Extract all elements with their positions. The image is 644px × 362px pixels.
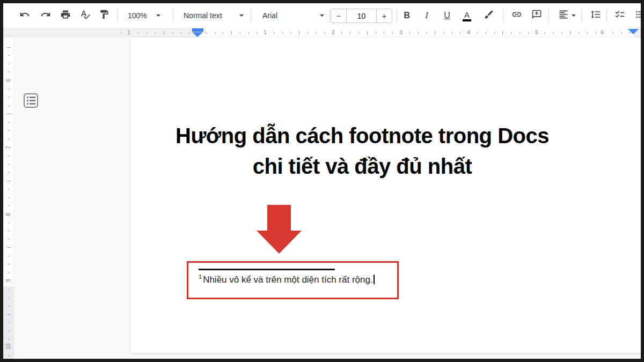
increase-font-size-button[interactable]: + (376, 9, 392, 23)
show-document-outline-button[interactable] (24, 93, 38, 108)
h-ruler-tick (528, 32, 529, 34)
toolbar-divider (397, 9, 397, 23)
h-ruler-tick (460, 32, 460, 34)
h-ruler-tick (553, 32, 554, 34)
red-down-arrow-head-icon (257, 231, 302, 254)
v-ruler-tick (7, 181, 11, 181)
undo-button[interactable] (19, 10, 31, 21)
v-ruler-tick (8, 122, 10, 123)
v-ruler-label: 9 (5, 276, 12, 285)
h-ruler-tick (138, 32, 138, 34)
h-ruler-tick (562, 32, 562, 34)
bulleted-list-button[interactable] (634, 10, 641, 21)
v-ruler-tick (8, 331, 10, 331)
document-title: Hướng dẫn cách footnote trong Docs chi t… (134, 121, 590, 182)
h-ruler-tick (494, 32, 495, 34)
paint-format-button[interactable] (98, 10, 110, 21)
footnote-text[interactable]: 1Nhiều vô kể và trên một diện tích rất r… (199, 274, 375, 285)
decrease-font-size-button[interactable]: − (331, 9, 347, 23)
h-ruler-tick (282, 32, 283, 34)
v-ruler-tick (7, 47, 11, 48)
document-title-line1: Hướng dẫn cách footnote trong Docs (134, 121, 590, 151)
bold-button[interactable]: B (401, 10, 413, 21)
right-indent-marker-icon[interactable] (628, 29, 639, 34)
zoom-select[interactable]: 100% (128, 3, 147, 28)
h-ruler-tick (291, 32, 291, 34)
h-ruler-tick (189, 32, 189, 34)
v-ruler-tick (8, 139, 10, 139)
bulleted-list-icon (635, 9, 641, 22)
highlight-icon (484, 9, 494, 22)
footnote-highlight-box: 1Nhiều vô kể và trên một diện tích rất r… (187, 261, 399, 299)
h-ruler-tick (350, 32, 350, 34)
checklist-button[interactable] (614, 10, 626, 21)
underline-button[interactable]: U (441, 10, 453, 21)
add-comment-icon (531, 9, 542, 22)
toolbar-divider (173, 9, 173, 23)
h-ruler-label: 1 (264, 28, 267, 38)
toolbar-divider (251, 9, 251, 23)
h-ruler-tick (341, 32, 342, 34)
document-page[interactable]: Hướng dẫn cách footnote trong Docs chi t… (130, 38, 641, 353)
spell-check-button[interactable] (79, 10, 91, 21)
align-button[interactable] (558, 10, 569, 21)
page-bottom-shadow (130, 353, 641, 355)
bold-icon: B (404, 11, 410, 20)
h-ruler-tick (358, 32, 359, 34)
h-ruler-tick (180, 32, 181, 34)
v-ruler-tick (8, 256, 10, 256)
v-ruler-tick (8, 164, 10, 165)
paint-format-icon (99, 9, 109, 22)
h-ruler-tick (409, 32, 410, 34)
h-ruler-label: 4 (467, 28, 470, 38)
toolbar-divider (503, 9, 503, 23)
h-ruler-label: 5 (535, 28, 538, 38)
add-comment-button[interactable] (531, 10, 543, 21)
first-line-indent-marker-icon[interactable] (192, 28, 203, 32)
v-ruler-tick (8, 306, 10, 306)
google-docs-window: 100% Normal text Arial − 10 + B I (3, 3, 641, 359)
toolbar-divider (606, 9, 607, 23)
horizontal-ruler[interactable]: 1123456 (3, 28, 641, 38)
text-color-button[interactable]: A (461, 10, 473, 21)
h-ruler-tick (274, 32, 274, 34)
print-button[interactable] (60, 10, 71, 21)
v-ruler-tick (8, 72, 10, 72)
h-ruler-tick (452, 32, 452, 34)
font-select[interactable]: Arial (262, 3, 277, 28)
v-ruler-tick (8, 322, 10, 323)
align-caret-icon[interactable] (572, 14, 576, 17)
left-indent-marker-icon[interactable] (192, 32, 203, 37)
footnote-content: Nhiều vô kể và trên một diện tích rất rộ… (203, 275, 373, 285)
italic-button[interactable]: I (421, 10, 433, 21)
v-ruler-label: 7 (5, 143, 12, 152)
v-ruler-tick (7, 114, 11, 114)
h-ruler-tick (392, 32, 393, 34)
h-ruler-tick (418, 32, 419, 34)
zoom-caret-icon[interactable] (156, 14, 160, 17)
insert-link-button[interactable] (511, 10, 523, 21)
paragraph-style-select[interactable]: Normal text (184, 3, 222, 28)
h-ruler-label: 2 (332, 28, 335, 38)
h-ruler-label: 3 (399, 28, 402, 38)
h-ruler-tick (596, 32, 596, 34)
h-ruler-tick (308, 32, 308, 34)
v-ruler-tick (8, 130, 10, 131)
h-ruler-tick (316, 32, 317, 34)
v-ruler-tick (7, 247, 11, 248)
h-ruler-tick (325, 32, 325, 34)
h-ruler-tick (299, 31, 299, 35)
redo-button[interactable] (40, 10, 52, 21)
v-ruler-tick (8, 189, 10, 189)
footnote-marker: 1 (199, 274, 202, 280)
line-spacing-button[interactable] (590, 10, 602, 21)
paragraph-style-caret-icon[interactable] (239, 14, 244, 17)
font-size-input[interactable]: 10 (347, 9, 376, 23)
vertical-ruler[interactable]: 678910 (3, 38, 14, 359)
h-ruler-tick (240, 32, 240, 34)
h-ruler-tick (613, 32, 613, 34)
highlight-color-button[interactable] (483, 10, 495, 21)
h-ruler-tick (223, 32, 223, 34)
font-caret-icon[interactable] (320, 14, 324, 17)
insert-link-icon (511, 9, 522, 22)
